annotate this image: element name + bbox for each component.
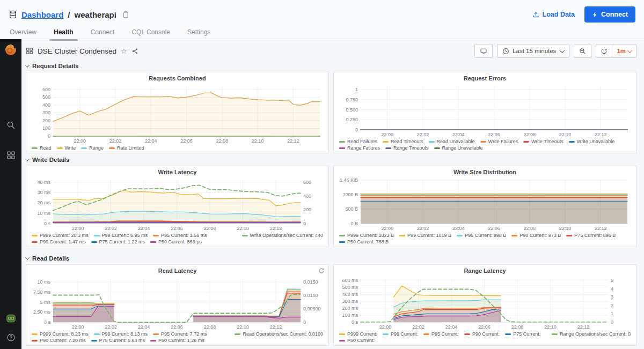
chart-area[interactable]: 22:0022:0222:0422:0622:0822:1022:1201002…	[31, 84, 324, 144]
legend-color-swatch	[339, 141, 345, 143]
tab-cql-console[interactable]: CQL Console	[130, 25, 171, 41]
panel-title[interactable]: Read Latency	[31, 268, 324, 276]
legend-item[interactable]: Read Unavailable	[429, 139, 475, 144]
tab-overview[interactable]: Overview	[9, 25, 38, 41]
tab-health[interactable]: Health	[53, 25, 75, 41]
tab-settings[interactable]: Settings	[186, 25, 211, 41]
row-header-read-details[interactable]: Read Details	[26, 254, 636, 263]
legend-item[interactable]: P95 Current: 1.56 ms	[153, 233, 207, 238]
tv-mode-button[interactable]	[474, 44, 493, 58]
panel-title[interactable]: Requests Combined	[31, 75, 324, 84]
zoom-out-button[interactable]	[574, 44, 591, 58]
legend-item[interactable]: P50 Current:	[339, 338, 375, 343]
connect-button[interactable]: Connect	[584, 6, 635, 23]
legend-item[interactable]: P99 Current:	[383, 331, 418, 337]
legend-item[interactable]: Range Timeouts	[385, 145, 429, 151]
grafana-logo-icon[interactable]	[4, 43, 17, 56]
legend-item[interactable]: P75 Current:	[505, 331, 540, 337]
load-data-button[interactable]: Load Data	[532, 11, 575, 18]
chart-area[interactable]: 22:0022:0222:0422:0622:0822:1022:1200.25…	[338, 84, 632, 138]
chart-area[interactable]: 22:0022:0222:0422:0622:0822:1022:120 s10…	[31, 177, 324, 232]
legend-item[interactable]: P99 Current: 6.95 ms	[94, 233, 148, 238]
legend-item[interactable]: Range Failures	[339, 145, 380, 151]
dashboard-title[interactable]: DSE Cluster Condensed	[38, 47, 116, 55]
legend-item[interactable]: Range	[81, 145, 104, 151]
chart-canvas[interactable]: 22:0022:0222:0422:0622:0822:1022:1200.25…	[338, 84, 632, 138]
copy-icon[interactable]	[122, 10, 129, 19]
legend-item[interactable]: P999 Current: 20.3 ms	[32, 233, 89, 238]
legend-item[interactable]: P75 Current: 1.22 ms	[91, 239, 145, 244]
legend-item[interactable]: Range Unavailable	[434, 145, 483, 151]
legend-item[interactable]: Write Unavailable	[569, 139, 614, 144]
legend-item[interactable]: P95 Current:	[423, 331, 459, 337]
chart-area[interactable]: 22:0022:0222:0422:0622:0822:1022:120 s2.…	[31, 276, 324, 330]
legend-item[interactable]: P95 Current: 998 B	[457, 233, 506, 238]
legend-color-swatch	[569, 141, 575, 143]
legend-item[interactable]: Write Failures	[480, 139, 518, 144]
svg-text:40 ms: 40 ms	[37, 180, 50, 185]
legend-item[interactable]: Write	[57, 145, 76, 151]
connect-label: Connect	[601, 11, 628, 18]
legend-label: P95 Current: 1.56 ms	[161, 233, 207, 238]
breadcrumb-dashboard-link[interactable]: Dashboard	[21, 10, 63, 19]
legend-item[interactable]: P75 Current: 896 B	[566, 233, 616, 238]
star-icon[interactable]: ☆	[121, 47, 127, 55]
legend-label: P50 Current: 869 µs	[158, 239, 202, 244]
chart-canvas[interactable]: 22:0022:0222:0422:0622:0822:1022:120 B50…	[338, 177, 632, 232]
legend-item[interactable]: P999 Current: 1023 B	[339, 233, 394, 238]
legend-item[interactable]: Read Operations/sec Current: 0.0100	[235, 331, 323, 337]
row-header-write-details[interactable]: Write Details	[26, 155, 636, 164]
legend-item[interactable]: P50 Current: 869 µs	[150, 239, 202, 244]
search-icon[interactable]	[4, 118, 17, 131]
chart-canvas[interactable]: 22:0022:0222:0422:0622:0822:1022:120 s2.…	[31, 276, 324, 330]
row-write-details: Write Details Write Latency22:0022:0222:…	[26, 155, 636, 247]
share-icon[interactable]	[131, 48, 138, 55]
legend-item[interactable]: P99 Current: 8.13 ms	[94, 331, 148, 337]
panel-title[interactable]: Write Size Distribution	[338, 169, 632, 177]
panel-title[interactable]: Range Latency	[338, 268, 632, 276]
user-avatar[interactable]	[4, 311, 17, 324]
chart-area[interactable]: 22:0022:0222:0422:0622:0822:1022:120 s10…	[338, 276, 632, 330]
tab-connect[interactable]: Connect	[90, 25, 116, 41]
legend-item[interactable]: P75 Current: 5.64 ms	[91, 338, 145, 343]
row-title: Write Details	[32, 157, 69, 163]
row-title: Request Details	[32, 63, 78, 69]
legend-item[interactable]: P90 Current: 1.47 ms	[32, 239, 86, 244]
help-icon[interactable]	[4, 331, 17, 344]
chart-canvas[interactable]: 22:0022:0222:0422:0622:0822:1022:1201002…	[31, 84, 324, 144]
chart-area[interactable]: 22:0022:0222:0422:0622:0822:1022:120 B50…	[338, 177, 632, 232]
legend-item[interactable]: P999 Current: 8.23 ms	[32, 331, 89, 337]
legend-label: P75 Current: 5.64 ms	[99, 338, 145, 343]
legend-item[interactable]: P99 Current: 1019 B	[399, 233, 451, 238]
legend-item[interactable]: P50 Current: 1.26 ms	[150, 338, 204, 343]
legend-item[interactable]: Read Timeouts	[383, 139, 423, 144]
legend-item[interactable]: P50 Current: 768 B	[339, 239, 389, 244]
refresh-interval-dropdown[interactable]: 1m	[612, 44, 636, 57]
legend-item[interactable]: Read Failures	[339, 139, 377, 144]
chart-canvas[interactable]: 22:0022:0222:0422:0622:0822:1022:120 s10…	[338, 276, 632, 330]
svg-text:10 ms: 10 ms	[37, 211, 50, 216]
legend-item[interactable]: P95 Current: 7.72 ms	[153, 331, 207, 337]
panel-title[interactable]: Write Latency	[31, 169, 324, 177]
svg-text:0 s: 0 s	[44, 320, 51, 325]
legend-color-swatch	[242, 235, 248, 236]
legend-item[interactable]: P90 Current:	[464, 331, 500, 337]
legend-item[interactable]: Read	[32, 145, 52, 151]
legend-label: Read	[40, 145, 52, 151]
panel-title[interactable]: Request Errors	[338, 75, 632, 84]
legend-item[interactable]: P90 Current: 7.20 ms	[32, 338, 86, 343]
dashboards-icon[interactable]	[4, 148, 17, 161]
refresh-button[interactable]	[596, 44, 612, 57]
legend-item[interactable]: Write Timeouts	[523, 139, 564, 144]
time-range-picker[interactable]: Last 15 minutes	[497, 44, 569, 58]
legend-item[interactable]: P90 Current: 973 B	[511, 233, 561, 238]
row-header-request-details[interactable]: Request Details	[26, 62, 636, 70]
dashboard-grid-icon[interactable]	[26, 47, 33, 55]
legend-item[interactable]: Write Operations/sec Current: 440	[242, 233, 323, 238]
legend-item[interactable]: Rate Limited	[109, 145, 144, 151]
legend-item[interactable]: P999 Current:	[339, 331, 377, 337]
legend-item[interactable]: Range Operations/sec Current: 0	[552, 331, 631, 337]
chart-canvas[interactable]: 22:0022:0222:0422:0622:0822:1022:120 s10…	[31, 177, 324, 232]
svg-text:22:06: 22:06	[180, 138, 193, 144]
svg-text:22:00: 22:00	[379, 324, 392, 330]
